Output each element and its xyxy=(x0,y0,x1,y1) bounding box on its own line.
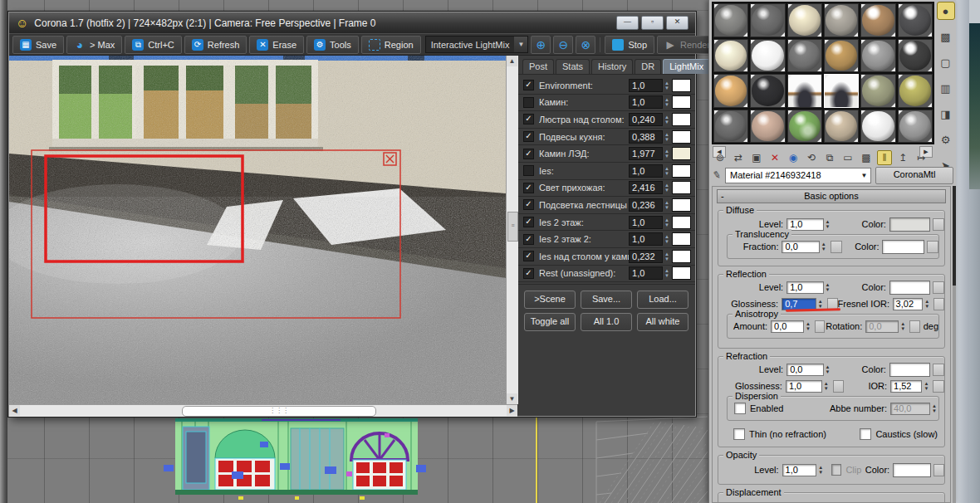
eyedropper-icon[interactable]: ✎ xyxy=(712,168,722,182)
light-intensity-field[interactable]: 1,0 xyxy=(629,95,663,109)
reflection-level-spinner[interactable]: ▲▼ xyxy=(826,282,831,292)
material-slot-10[interactable] xyxy=(824,39,859,73)
reset-map-icon[interactable]: ⟲ xyxy=(804,150,819,165)
dispersion-enabled-checkbox[interactable] xyxy=(734,403,746,414)
abbe-field[interactable]: 40,0 xyxy=(890,403,930,415)
thin-checkbox[interactable] xyxy=(733,428,745,440)
scroll-down-icon[interactable]: ▼ xyxy=(507,393,517,404)
all-10-button[interactable]: All 1.0 xyxy=(581,313,632,331)
refraction-color-map-button[interactable] xyxy=(933,364,944,376)
intensity-spinner[interactable]: ▲▼ xyxy=(664,183,669,193)
ior-spinner[interactable]: ▲▼ xyxy=(924,381,929,391)
ior-map-button[interactable] xyxy=(933,380,944,393)
collapse-icon[interactable]: - xyxy=(721,190,724,202)
intensity-spinner[interactable]: ▲▼ xyxy=(664,234,669,244)
light-checkbox[interactable] xyxy=(523,97,534,108)
video-color-check-icon[interactable]: ▥ xyxy=(937,79,955,97)
refraction-color-swatch[interactable] xyxy=(889,363,930,377)
light-intensity-field[interactable]: 0,236 xyxy=(629,198,663,212)
close-button[interactable]: ✕ xyxy=(666,16,688,30)
material-type-button[interactable]: CoronaMtl xyxy=(875,167,953,184)
material-editor-scrollbar[interactable] xyxy=(953,186,956,503)
fresnel-ior-field[interactable]: 3,02 xyxy=(893,298,924,310)
light-checkbox[interactable]: ✓ xyxy=(523,183,534,193)
material-slot-9[interactable] xyxy=(787,39,822,73)
light-intensity-field[interactable]: 1,0 xyxy=(629,216,663,229)
material-options-icon[interactable]: ⚙ xyxy=(937,130,955,149)
render-mode-dropdown[interactable]: Interactive LightMix ▼ xyxy=(425,36,529,53)
material-slot-20[interactable] xyxy=(750,110,785,144)
intensity-spinner[interactable]: ▲▼ xyxy=(664,200,669,210)
material-slot-19[interactable] xyxy=(713,110,748,144)
light-intensity-field[interactable]: 1,977 xyxy=(629,147,663,160)
light-checkbox[interactable]: ✓ xyxy=(523,114,534,125)
light-checkbox[interactable]: ✓ xyxy=(523,268,534,279)
material-slot-7[interactable] xyxy=(713,39,748,73)
light-checkbox[interactable]: ✓ xyxy=(523,199,534,210)
light-color-swatch[interactable] xyxy=(672,164,691,178)
refraction-level-spinner[interactable]: ▲▼ xyxy=(826,364,831,374)
material-slot-3[interactable] xyxy=(787,3,822,37)
zoom-in-button[interactable]: ⊕ xyxy=(531,36,551,54)
tab-post[interactable]: Post xyxy=(522,59,554,74)
light-intensity-field[interactable]: 1,0 xyxy=(629,79,663,92)
clip-checkbox[interactable] xyxy=(831,464,841,476)
intensity-spinner[interactable]: ▲▼ xyxy=(664,268,669,278)
diffuse-map-button[interactable] xyxy=(933,218,944,231)
reflection-color-swatch[interactable] xyxy=(889,281,930,295)
delete-material-icon[interactable]: ✕ xyxy=(767,150,782,165)
rotation-spinner[interactable]: ▲▼ xyxy=(900,321,905,331)
toggle-all-button[interactable]: Toggle all xyxy=(524,313,576,331)
light-checkbox[interactable]: ✓ xyxy=(523,234,534,245)
light-checkbox[interactable]: ✓ xyxy=(523,149,534,159)
light-intensity-field[interactable]: 1,0 xyxy=(629,164,663,178)
light-intensity-field[interactable]: 0,240 xyxy=(629,113,663,126)
scene-button[interactable]: >Scene xyxy=(524,291,576,309)
material-slot-23[interactable] xyxy=(860,110,895,144)
background-checker-icon[interactable]: ▩ xyxy=(937,27,955,46)
scroll-up-icon[interactable]: ▲ xyxy=(507,56,517,66)
material-slot-12[interactable] xyxy=(898,39,933,73)
opacity-level-spinner[interactable]: ▲▼ xyxy=(818,465,823,475)
material-name-dropdown[interactable]: Material #2146932418 ▼ xyxy=(725,168,871,183)
show-shaded-in-viewport-icon[interactable]: ▩ xyxy=(859,150,874,165)
show-end-result-icon[interactable]: ‖ xyxy=(877,150,892,165)
material-slot-8[interactable] xyxy=(750,39,785,73)
reflection-level-field[interactable]: 1,0 xyxy=(786,281,823,294)
save-mix-button[interactable]: Save... xyxy=(581,291,632,309)
fraction-spinner[interactable]: ▲▼ xyxy=(821,242,826,252)
light-color-swatch[interactable] xyxy=(672,198,691,212)
intensity-spinner[interactable]: ▲▼ xyxy=(664,166,669,176)
intensity-spinner[interactable]: ▲▼ xyxy=(664,149,669,159)
fraction-field[interactable]: 0,0 xyxy=(782,241,819,253)
horizontal-scroll-thumb[interactable]: ⋮⋮⋮ xyxy=(182,406,376,417)
translucency-color-map-button[interactable] xyxy=(927,241,938,253)
material-slot-24[interactable] xyxy=(898,110,933,144)
light-intensity-field[interactable]: 1,0 xyxy=(629,266,663,280)
make-preview-icon[interactable]: ◨ xyxy=(937,105,955,123)
light-color-swatch[interactable] xyxy=(672,250,691,263)
light-intensity-field[interactable]: 1,0 xyxy=(629,232,663,246)
intensity-spinner[interactable]: ▲▼ xyxy=(664,252,669,261)
tab-dr[interactable]: DR xyxy=(635,59,661,74)
material-slot-2[interactable] xyxy=(750,3,785,37)
light-color-swatch[interactable] xyxy=(672,113,691,126)
light-intensity-field[interactable]: 0,388 xyxy=(629,130,663,144)
anisotropy-map-button[interactable] xyxy=(815,320,825,333)
light-color-swatch[interactable] xyxy=(672,130,691,144)
light-color-swatch[interactable] xyxy=(672,95,691,109)
assign-material-to-selection-icon[interactable]: ◉ xyxy=(786,150,801,165)
refraction-gloss-map-button[interactable] xyxy=(833,380,845,393)
material-slot-16[interactable] xyxy=(824,74,859,108)
get-material-icon[interactable]: ⊚ xyxy=(713,150,728,165)
rotation-field[interactable]: 0,0 xyxy=(865,320,899,333)
intensity-spinner[interactable]: ▲▼ xyxy=(664,97,669,107)
material-id-channel-icon[interactable]: ▭ xyxy=(840,150,855,165)
material-slot-17[interactable] xyxy=(860,74,895,108)
light-checkbox[interactable]: ✓ xyxy=(523,217,534,227)
caustics-checkbox[interactable] xyxy=(860,428,871,440)
refresh-button[interactable]: ⟳ Refresh xyxy=(184,36,247,54)
tab-stats[interactable]: Stats xyxy=(556,59,590,74)
diffuse-color-swatch[interactable] xyxy=(889,217,930,232)
translucency-color-swatch[interactable] xyxy=(882,240,924,254)
